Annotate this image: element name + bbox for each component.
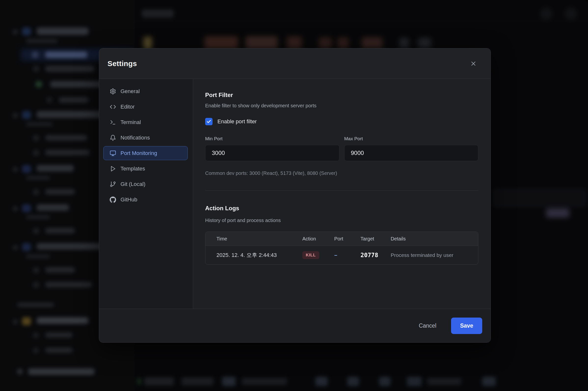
column-header-details: Details (391, 236, 478, 242)
log-port: – (334, 252, 361, 258)
nav-item-git-local[interactable]: Git (Local) (103, 177, 188, 191)
play-icon (110, 166, 116, 172)
nav-item-notifications[interactable]: Notifications (103, 131, 188, 145)
dialog-footer: Cancel Save (99, 309, 491, 342)
enable-port-filter-label: Enable port filter (218, 118, 257, 125)
nav-item-label: Templates (121, 166, 145, 172)
max-port-label: Max Port (344, 136, 479, 141)
nav-item-label: Port Monitoring (121, 150, 157, 156)
max-port-input[interactable] (344, 145, 479, 161)
column-header-action: Action (302, 236, 334, 242)
close-icon (470, 60, 477, 67)
column-header-target: Target (361, 236, 391, 242)
column-header-time: Time (217, 236, 302, 242)
nav-item-port-monitoring[interactable]: Port Monitoring (103, 146, 188, 160)
check-icon (206, 119, 211, 124)
table-header-row: TimeActionPortTargetDetails (205, 232, 478, 246)
log-table-row: 2025. 12. 4. 오후 2:44:43KILL–20778Process… (205, 246, 478, 264)
kill-badge: KILL (302, 251, 319, 259)
save-button[interactable]: Save (451, 318, 482, 334)
min-port-input[interactable] (205, 145, 339, 161)
action-logs-description: History of port and process actions (205, 218, 478, 223)
log-target: 20778 (361, 252, 391, 259)
code-icon (110, 104, 116, 110)
log-time: 2025. 12. 4. 오후 2:44:43 (217, 252, 302, 259)
table-body: 2025. 12. 4. 오후 2:44:43KILL–20778Process… (205, 246, 478, 264)
port-filter-heading: Port Filter (205, 92, 478, 98)
nav-item-terminal[interactable]: Terminal (103, 115, 188, 129)
cancel-button[interactable]: Cancel (413, 318, 442, 333)
bell-icon (110, 135, 116, 141)
terminal-icon (110, 119, 116, 125)
log-details: Process terminated by user (391, 252, 478, 258)
common-ports-hint: Common dev ports: 3000 (React), 5173 (Vi… (205, 171, 478, 176)
close-button[interactable] (468, 58, 479, 69)
port-filter-section: Port Filter Enable filter to show only d… (205, 92, 478, 176)
dialog-title: Settings (107, 59, 137, 68)
section-divider (205, 190, 478, 191)
enable-port-filter-checkbox-row[interactable]: Enable port filter (205, 118, 478, 125)
min-port-label: Min Port (205, 136, 339, 141)
action-logs-table: TimeActionPortTargetDetails 2025. 12. 4.… (205, 232, 478, 265)
settings-nav: GeneralEditorTerminalNotificationsPort M… (99, 79, 193, 309)
port-filter-description: Enable filter to show only development s… (205, 103, 478, 108)
dialog-body: GeneralEditorTerminalNotificationsPort M… (99, 79, 491, 309)
settings-dialog: Settings GeneralEditorTerminalNotificati… (99, 48, 491, 343)
dialog-header: Settings (99, 48, 491, 79)
action-logs-section: Action Logs History of port and process … (205, 205, 478, 265)
nav-item-templates[interactable]: Templates (103, 162, 188, 176)
nav-item-label: Notifications (121, 135, 150, 141)
nav-item-label: Terminal (121, 119, 141, 125)
settings-content: Port Filter Enable filter to show only d… (193, 79, 491, 309)
nav-item-editor[interactable]: Editor (103, 100, 188, 114)
nav-item-github[interactable]: GitHub (103, 193, 188, 206)
monitor-icon (110, 150, 116, 156)
max-port-field-group: Max Port (344, 136, 479, 161)
port-range-fields: Min Port Max Port (205, 136, 478, 161)
enable-port-filter-checkbox[interactable] (205, 118, 213, 125)
nav-item-label: Editor (121, 104, 135, 110)
nav-item-general[interactable]: General (103, 84, 188, 98)
column-header-port: Port (334, 236, 361, 242)
nav-item-label: General (121, 88, 140, 95)
min-port-field-group: Min Port (205, 136, 339, 161)
screen: ✕ ⊞ (0, 0, 588, 391)
github-icon (110, 196, 116, 203)
nav-item-label: Git (Local) (121, 181, 145, 187)
git-branch-icon (110, 181, 116, 187)
nav-item-label: GitHub (121, 196, 137, 203)
action-logs-heading: Action Logs (205, 205, 478, 212)
gear-icon (110, 88, 116, 95)
